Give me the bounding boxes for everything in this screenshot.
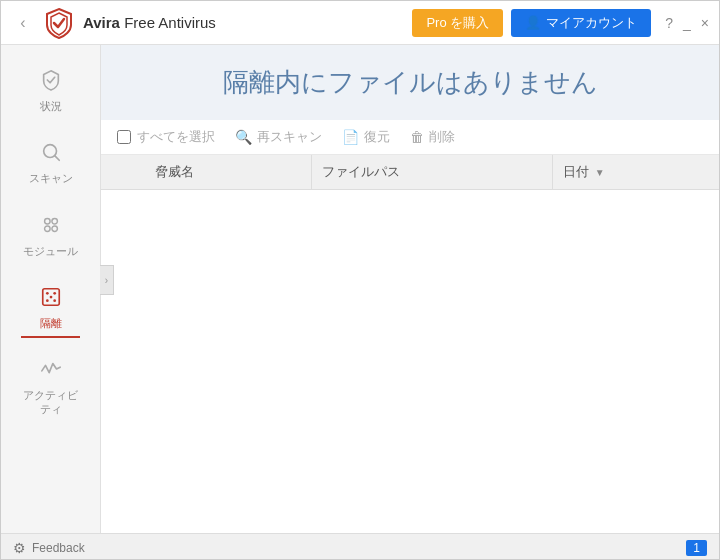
restore-icon: 📄 — [342, 129, 359, 145]
quarantine-icon — [40, 286, 62, 312]
svg-line-1 — [54, 156, 59, 161]
shield-icon — [40, 69, 62, 95]
sidebar-collapse-button[interactable]: › — [100, 265, 114, 295]
account-icon: 👤 — [525, 15, 541, 30]
rescan-label: 再スキャン — [257, 128, 322, 146]
table-col-threat-header: 脅威名 — [145, 155, 312, 189]
sidebar-item-quarantine[interactable]: 隔離 — [1, 272, 100, 344]
close-button[interactable]: × — [701, 15, 709, 31]
gear-icon[interactable]: ⚙ — [13, 540, 26, 556]
feedback-label: Feedback — [32, 541, 85, 555]
svg-point-5 — [51, 226, 56, 232]
sidebar: 状況 スキャン モジュール — [1, 45, 101, 533]
pro-purchase-button[interactable]: Pro を購入 — [412, 9, 503, 37]
svg-point-8 — [53, 292, 56, 295]
delete-icon: 🗑 — [410, 129, 424, 145]
back-button[interactable]: ‹ — [11, 11, 35, 35]
table-col-path-header: ファイルパス — [312, 155, 552, 189]
sidebar-label-modules: モジュール — [23, 244, 78, 258]
rescan-button[interactable]: 🔍 再スキャン — [235, 128, 322, 146]
title-bar-left: ‹ Avira Free Antivirus — [11, 7, 404, 39]
svg-point-2 — [44, 218, 50, 224]
select-all-label: すべてを選択 — [137, 128, 215, 146]
svg-point-10 — [53, 299, 56, 302]
content-header: 隔離内にファイルはありません — [101, 45, 719, 120]
main-layout: 状況 スキャン モジュール — [1, 45, 719, 533]
scan-icon — [40, 141, 62, 167]
select-all-item[interactable]: すべてを選択 — [117, 128, 215, 146]
sidebar-label-status: 状況 — [40, 99, 62, 113]
svg-point-9 — [45, 299, 48, 302]
module-icon — [40, 214, 62, 240]
app-title: Avira Free Antivirus — [83, 14, 216, 31]
svg-point-4 — [44, 226, 50, 232]
sidebar-item-scan[interactable]: スキャン — [1, 127, 100, 199]
activity-icon — [40, 358, 62, 384]
feedback-button[interactable]: Feedback — [32, 541, 85, 555]
content-area: 隔離内にファイルはありません すべてを選択 🔍 再スキャン 📄 復元 🗑 削除 — [101, 45, 719, 533]
svg-point-3 — [51, 218, 56, 224]
sidebar-item-activity[interactable]: アクティビティ — [1, 344, 100, 431]
toolbar: すべてを選択 🔍 再スキャン 📄 復元 🗑 削除 — [101, 120, 719, 155]
sidebar-label-activity: アクティビティ — [23, 388, 78, 417]
delete-button[interactable]: 🗑 削除 — [410, 128, 455, 146]
help-button[interactable]: ? — [665, 15, 673, 31]
title-bar: ‹ Avira Free Antivirus Pro を購入 👤 マイアカウント… — [1, 1, 719, 45]
sidebar-item-modules[interactable]: モジュール — [1, 200, 100, 272]
table-header: 脅威名 ファイルパス 日付 ▼ — [101, 155, 719, 190]
delete-label: 削除 — [429, 128, 455, 146]
my-account-button[interactable]: 👤 マイアカウント — [511, 9, 651, 37]
minimize-button[interactable]: _ — [683, 15, 691, 31]
svg-point-7 — [45, 292, 48, 295]
page-title: 隔離内にファイルはありません — [131, 65, 689, 100]
title-bar-right: Pro を購入 👤 マイアカウント ? _ × — [412, 9, 709, 37]
sidebar-item-status[interactable]: 状況 — [1, 55, 100, 127]
table-col-date-header: 日付 ▼ — [553, 155, 719, 189]
page-indicator: 1 — [686, 540, 707, 556]
rescan-icon: 🔍 — [235, 129, 252, 145]
table-container: 脅威名 ファイルパス 日付 ▼ — [101, 155, 719, 533]
svg-point-11 — [49, 296, 52, 299]
avira-logo — [43, 7, 75, 39]
restore-button[interactable]: 📄 復元 — [342, 128, 390, 146]
sidebar-label-scan: スキャン — [29, 171, 73, 185]
date-sort-icon[interactable]: ▼ — [595, 167, 605, 178]
window-controls: ? _ × — [665, 15, 709, 31]
sidebar-label-quarantine: 隔離 — [40, 316, 62, 330]
status-bar: ⚙ Feedback 1 — [1, 533, 719, 560]
restore-label: 復元 — [364, 128, 390, 146]
select-all-checkbox[interactable] — [117, 130, 131, 144]
